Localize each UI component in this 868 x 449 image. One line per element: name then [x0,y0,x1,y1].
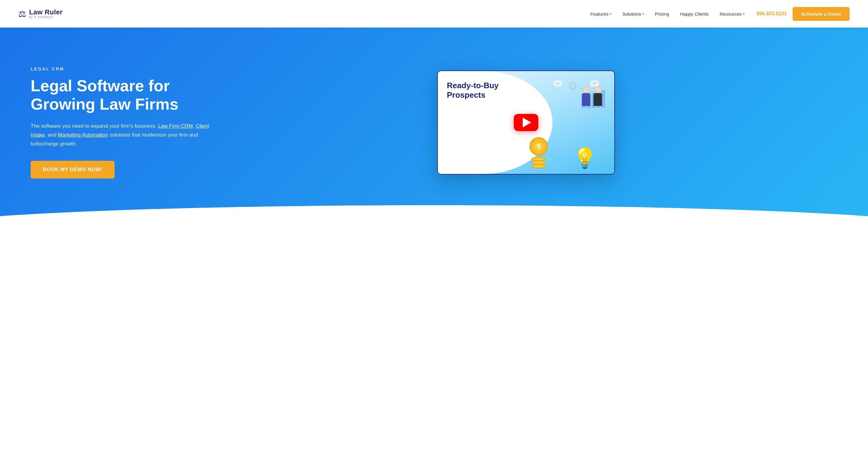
speech-bubble-2: ··· [590,80,599,87]
speech-bubble-1: ··· [553,80,562,87]
hero-link-marketing[interactable]: Marketing Automation [58,132,108,138]
video-title-line2: Prospects [447,90,499,100]
nav-item-features[interactable]: Features ▾ [590,11,611,17]
nav-link-features[interactable]: Features ▾ [590,11,611,17]
nav-item-resources[interactable]: Resources ▾ [720,11,745,17]
logo-sub-text: by ✦ profitsolv [29,15,63,19]
lightbulb-icon: 💡 [572,147,597,170]
nav-links: Features ▾ Solutions ▾ Pricing Happy Cli… [590,11,745,17]
coin-dollar-icon: $ [529,137,548,156]
person-right [593,86,602,106]
play-button[interactable] [514,114,538,131]
person-left [582,86,590,106]
video-card[interactable]: Ready-to-Buy Prospects ⚙ ··· ··· [437,70,615,174]
logo-link[interactable]: ⚖ Law Ruler by ✦ profitsolv [19,9,63,19]
nav-item-pricing[interactable]: Pricing [655,11,669,17]
hero-desc-sep1: , [193,123,196,129]
hero-link-crm[interactable]: Law Firm CRM [158,123,193,129]
play-button-wrap[interactable] [514,114,538,131]
nav-item-happy-clients[interactable]: Happy Clients [680,11,708,17]
nav-link-resources[interactable]: Resources ▾ [720,11,745,17]
hero-desc-sep2: , and [45,132,58,138]
person-head-right [594,86,601,93]
hero-tag: LEGAL CRM [31,66,214,71]
nav-item-solutions[interactable]: Solutions ▾ [622,11,644,17]
hero-description: The software you need to expand your fir… [31,122,214,149]
hero-video-wrap: Ready-to-Buy Prospects ⚙ ··· ··· [214,70,837,174]
video-background: Ready-to-Buy Prospects ⚙ ··· ··· [438,71,614,174]
video-title-line1: Ready-to-Buy [447,81,499,90]
chevron-down-icon: ▾ [643,12,644,15]
person-body-left [582,93,590,106]
people-illustration [582,86,602,106]
nav-link-happy-clients[interactable]: Happy Clients [680,11,708,17]
hero-title: Legal Software for Growing Law Firms [31,77,214,114]
logo-text-group: Law Ruler by ✦ profitsolv [29,9,63,19]
nav-link-pricing[interactable]: Pricing [655,11,669,17]
gear-icon: ⚙ [568,79,578,93]
nav-link-solutions[interactable]: Solutions ▾ [622,11,644,17]
navbar: ⚖ Law Ruler by ✦ profitsolv Features ▾ S… [0,0,868,28]
book-demo-button[interactable]: BOOK MY DEMO NOW! [31,161,115,179]
chevron-down-icon: ▾ [743,12,745,15]
hero-desc-intro: The software you need to expand your fir… [31,123,158,129]
logo-icon: ⚖ [19,9,26,19]
hero-section: LEGAL CRM Legal Software for Growing Law… [0,28,868,236]
schedule-demo-button[interactable]: Schedule a Demo [793,7,849,21]
video-title-area: Ready-to-Buy Prospects [447,81,499,100]
logo-main-text: Law Ruler [29,9,63,15]
hero-content: LEGAL CRM Legal Software for Growing Law… [31,66,214,179]
person-head-left [583,86,589,93]
phone-link[interactable]: 866.603.5233 [757,11,787,17]
coin-stack: $ [529,137,548,168]
coins-illustration: $ [529,137,548,168]
chevron-down-icon: ▾ [610,12,611,15]
coin-3 [531,164,546,168]
person-body-right [593,93,602,106]
